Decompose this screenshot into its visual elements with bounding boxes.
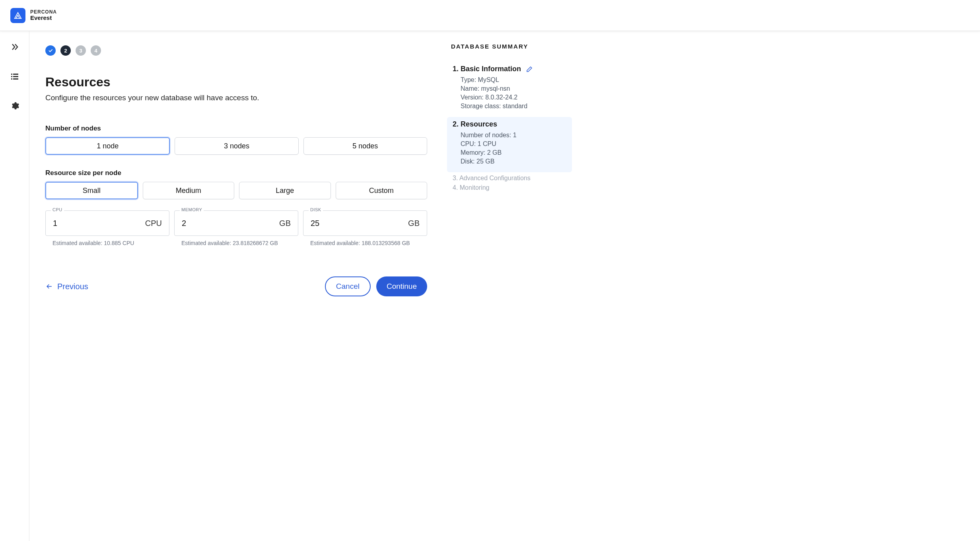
svg-rect-0: [11, 74, 12, 75]
brand-line2: Everest: [30, 15, 57, 21]
size-custom[interactable]: Custom: [336, 182, 428, 199]
summary-name: Name: mysql-nsn: [461, 85, 566, 92]
wizard-nav: Previous Cancel Continue: [45, 276, 427, 296]
summary-disk: Disk: 25 GB: [461, 158, 566, 165]
logo-icon: [10, 8, 25, 23]
step-1-done[interactable]: [45, 45, 56, 56]
memory-label: MEMORY: [180, 207, 204, 212]
cancel-button[interactable]: Cancel: [325, 276, 371, 296]
cpu-help: Estimated available: 10.885 CPU: [45, 240, 169, 246]
step-4[interactable]: 4: [91, 45, 101, 56]
summary-type: Type: MySQL: [461, 76, 566, 84]
disk-label: DISK: [309, 207, 323, 212]
svg-rect-2: [11, 76, 12, 77]
app-header: PERCONA Everest: [0, 0, 980, 31]
disk-unit: GB: [408, 219, 420, 228]
cpu-field: CPU CPU Estimated available: 10.885 CPU: [45, 210, 169, 246]
summary-monitoring: 4. Monitoring: [453, 184, 572, 191]
main-content: 2 3 4 Resources Configure the resources …: [29, 31, 443, 541]
resource-fields: CPU CPU Estimated available: 10.885 CPU …: [45, 210, 427, 246]
previous-label: Previous: [57, 282, 88, 291]
previous-button[interactable]: Previous: [45, 282, 88, 291]
summary-nodes: Number of nodes: 1: [461, 132, 566, 139]
continue-button[interactable]: Continue: [376, 276, 427, 296]
size-options: Small Medium Large Custom: [45, 182, 427, 199]
disk-input[interactable]: [311, 219, 404, 228]
nodes-option-1[interactable]: 1 node: [45, 137, 170, 155]
nodes-option-5[interactable]: 5 nodes: [303, 137, 427, 155]
summary-version: Version: 8.0.32-24.2: [461, 94, 566, 101]
expand-sidebar-icon[interactable]: [10, 42, 19, 53]
svg-rect-1: [13, 74, 18, 75]
summary-s1-head: 1. Basic Information: [453, 65, 521, 73]
svg-rect-4: [11, 78, 12, 80]
cpu-input[interactable]: [53, 219, 141, 228]
nodes-options: 1 node 3 nodes 5 nodes: [45, 137, 427, 155]
memory-field: MEMORY GB Estimated available: 23.818268…: [174, 210, 298, 246]
size-large[interactable]: Large: [239, 182, 331, 199]
edit-icon[interactable]: [526, 66, 533, 73]
cpu-label: CPU: [51, 207, 64, 212]
stepper: 2 3 4: [45, 45, 427, 56]
size-label: Resource size per node: [45, 169, 427, 177]
memory-help: Estimated available: 23.818268672 GB: [174, 240, 298, 246]
summary-storage: Storage class: standard: [461, 103, 566, 110]
memory-unit: GB: [279, 219, 291, 228]
summary-s2-head: 2. Resources: [453, 120, 497, 128]
page-subtitle: Configure the resources your new databas…: [45, 93, 427, 102]
svg-rect-5: [13, 78, 18, 80]
size-small[interactable]: Small: [45, 182, 138, 199]
memory-input[interactable]: [182, 219, 275, 228]
sidebar-rail: [0, 31, 29, 541]
summary-memory: Memory: 2 GB: [461, 149, 566, 156]
summary-panel: DATABASE SUMMARY 1. Basic Information Ty…: [443, 31, 578, 541]
summary-resources: 2. Resources Number of nodes: 1 CPU: 1 C…: [447, 117, 572, 172]
summary-cpu: CPU: 1 CPU: [461, 140, 566, 148]
arrow-left-icon: [45, 282, 53, 290]
step-2-active[interactable]: 2: [60, 45, 71, 56]
svg-rect-3: [13, 76, 18, 77]
step-3[interactable]: 3: [76, 45, 86, 56]
logo-text: PERCONA Everest: [30, 10, 57, 21]
list-icon[interactable]: [10, 72, 19, 83]
nodes-label: Number of nodes: [45, 125, 427, 132]
size-medium[interactable]: Medium: [143, 182, 235, 199]
cpu-unit: CPU: [145, 219, 162, 228]
summary-advanced: 3. Advanced Configurations: [453, 175, 572, 182]
page-title: Resources: [45, 75, 427, 90]
gear-icon[interactable]: [10, 101, 19, 112]
disk-field: DISK GB Estimated available: 188.0132935…: [303, 210, 427, 246]
disk-help: Estimated available: 188.013293568 GB: [303, 240, 427, 246]
summary-title: DATABASE SUMMARY: [451, 43, 572, 50]
nodes-option-3[interactable]: 3 nodes: [175, 137, 298, 155]
summary-basic-info: 1. Basic Information Type: MySQL Name: m…: [447, 62, 572, 117]
